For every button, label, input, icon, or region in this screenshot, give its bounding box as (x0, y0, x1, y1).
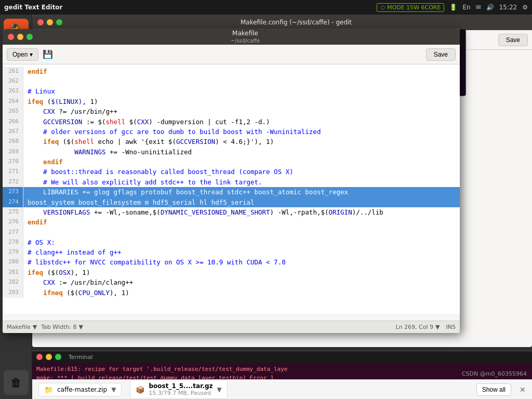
app-title-area: gedit Text Editor (4, 4, 63, 11)
code-line-274-selected: 274 boost_system boost_filesystem m hdf5… (3, 197, 460, 207)
bg-term-max[interactable] (55, 354, 61, 360)
download-item2-details: boost_1_5....tar.gz 15.3/79.7 MB, Paused (149, 382, 212, 396)
file-type-status[interactable]: Makefile ▼ (7, 324, 37, 330)
email-icon: ✉ (476, 4, 481, 11)
win-max-btn[interactable] (56, 19, 62, 25)
code-line-267: 267 # older versions of gcc are too dumb… (3, 127, 460, 137)
settings-icon[interactable]: ⚙ (522, 4, 528, 11)
gedit-bg-title: Makefile.config (~/ssd/caffe) - gedit (65, 19, 527, 26)
close-download-bar-button[interactable]: ✕ (520, 385, 526, 394)
code-line-276: 276 endif (3, 217, 460, 227)
tab-width-label: Tab Width: 8 (41, 324, 76, 330)
code-line-280: 280 # libstdc++ for NVCC compatibility o… (3, 257, 460, 267)
gedit-fg-subtitle: ~/ssd/caffe (231, 38, 260, 44)
system-topbar: gedit Text Editor ⬡ MODE 15W 6CORE 🔋 En … (0, 0, 532, 15)
download-item-1[interactable]: 📁 caffe-master.zip ▼ (38, 383, 122, 396)
battery-icon: 🔋 (449, 4, 457, 11)
gedit-fg-save-btn[interactable]: Save (426, 48, 456, 61)
gedit-fg-open-btn[interactable]: Open ▾ (7, 48, 38, 61)
volume-icon: 🔊 (486, 4, 494, 11)
fg-win-close-btn[interactable] (8, 34, 14, 40)
code-line-283: 283 ifneq ($(CPU_ONLY), 1) (3, 288, 460, 298)
nvidia-mode-indicator: ⬡ MODE 15W 6CORE (377, 3, 444, 12)
win-close-btn[interactable] (37, 19, 44, 25)
code-line-266: 266 GCCVERSION := $(shell $(CXX) -dumpve… (3, 117, 460, 127)
bg-term-close[interactable] (36, 354, 43, 360)
code-line-282: 282 CXX := /usr/bin/clang++ (3, 277, 460, 287)
system-tray: ⬡ MODE 15W 6CORE 🔋 En ✉ 🔊 15:22 ⚙ (377, 3, 528, 12)
tab-width-chevron: ▼ (78, 324, 83, 330)
gedit-fg-titlebar: Makefile ~/ssd/caffe (3, 29, 460, 45)
code-line-275: 275 VERSIONFLAGS += -Wl,-soname,$(DYNAMI… (3, 207, 460, 217)
code-line-270: 270 endif (3, 157, 460, 167)
gedit-fg-toolbar-icon: 💾 (43, 49, 53, 59)
bg-terminal-label: Terminal (69, 354, 93, 361)
code-line-278: 278 # OS X: (3, 237, 460, 247)
status-position-area: Ln 269, Col 9 ▼ INS (396, 324, 456, 330)
gedit-fg-title-area: Makefile ~/ssd/caffe (36, 30, 455, 44)
code-line-268: 268 ifeq ($(shell echo | awk '{exit $(GC… (3, 137, 460, 147)
code-line-263: 263 # Linux (3, 86, 460, 96)
download-item1-name: caffe-master.zip (57, 386, 107, 393)
sidebar-item-trash[interactable]: 🗑 (4, 370, 29, 395)
gedit-foreground-window: Makefile ~/ssd/caffe Open ▾ 💾 Save 261 e… (3, 29, 460, 333)
code-line-273-selected: 273 LIBRARIES += glog gflags protobuf bo… (3, 187, 460, 197)
gedit-fg-title: Makefile (232, 30, 258, 37)
fg-win-max-btn[interactable] (26, 34, 33, 40)
bg-term-min[interactable] (46, 354, 52, 360)
download-item2-name: boost_1_5....tar.gz (149, 382, 212, 390)
gedit-fg-toolbar: Open ▾ 💾 Save (3, 45, 460, 64)
code-line-277: 277 (3, 228, 460, 237)
gedit-bg-titlebar: Makefile.config (~/ssd/caffe) - gedit (32, 15, 532, 30)
code-line-265: 265 CXX ?= /usr/bin/g++ (3, 107, 460, 116)
code-line-279: 279 # clang++ instead of g++ (3, 247, 460, 257)
download-item-2[interactable]: 📦 boost_1_5....tar.gz 15.3/79.7 MB, Paus… (130, 380, 227, 399)
insert-mode-status: INS (446, 324, 456, 330)
code-line-261: 261 endif (3, 66, 460, 76)
code-line-281: 281 ifeq ($(OSX), 1) (3, 268, 460, 277)
bg-terminal-titlebar: Terminal (32, 351, 532, 363)
download-item1-arrow[interactable]: ▼ (111, 386, 116, 393)
nvidia-mode-text: MODE 15W 6CORE (387, 4, 441, 11)
code-line-271: 271 # boost::thread is reasonably called… (3, 167, 460, 177)
code-line-269: 269 WARNINGS += -Wno-uninitialized (3, 147, 460, 157)
nvidia-logo-icon: ⬡ (380, 5, 385, 10)
download-item2-size: 15.3/79.7 MB, Paused (149, 390, 212, 396)
cursor-position-label: Ln 269, Col 9 (396, 324, 434, 330)
code-line-264: 264 ifeq ($(LINUX), 1) (3, 97, 460, 107)
show-all-button[interactable]: Show all (476, 383, 511, 396)
keyboard-layout: En (462, 4, 470, 11)
gedit-bg-save-btn[interactable]: Save (498, 34, 528, 46)
fg-win-min-btn[interactable] (17, 34, 23, 40)
position-chevron: ▼ (435, 324, 440, 330)
download-folder-icon: 📁 (44, 385, 53, 394)
file-type-chevron: ▼ (33, 324, 37, 330)
win-min-btn[interactable] (47, 19, 53, 25)
bg-term-line1: Makefile:615: recipe for target '.build_… (36, 365, 528, 374)
code-line-272: 272 # We will also explicitly add stdc++… (3, 177, 460, 187)
code-line-262: 262 (3, 76, 460, 86)
tab-width-status[interactable]: Tab Width: 8 ▼ (41, 324, 83, 330)
status-bar: Makefile ▼ Tab Width: 8 ▼ Ln 269, Col 9 … (3, 321, 460, 333)
cursor-position-status[interactable]: Ln 269, Col 9 ▼ (396, 324, 440, 330)
insert-mode-label: INS (446, 324, 456, 330)
app-title: gedit Text Editor (4, 4, 63, 11)
download-item2-arrow[interactable]: ▼ (217, 386, 222, 393)
clock: 15:22 (499, 4, 517, 11)
download-archive-icon: 📦 (136, 385, 144, 394)
code-editor[interactable]: 261 endif 262 263 # Linux 264 ifeq ($(LI… (3, 64, 460, 314)
file-type-label: Makefile (7, 324, 31, 330)
download-bar: 📁 caffe-master.zip ▼ 📦 boost_1_5....tar.… (32, 379, 532, 399)
watermark: CSDN @m0_60355964 (462, 370, 527, 377)
